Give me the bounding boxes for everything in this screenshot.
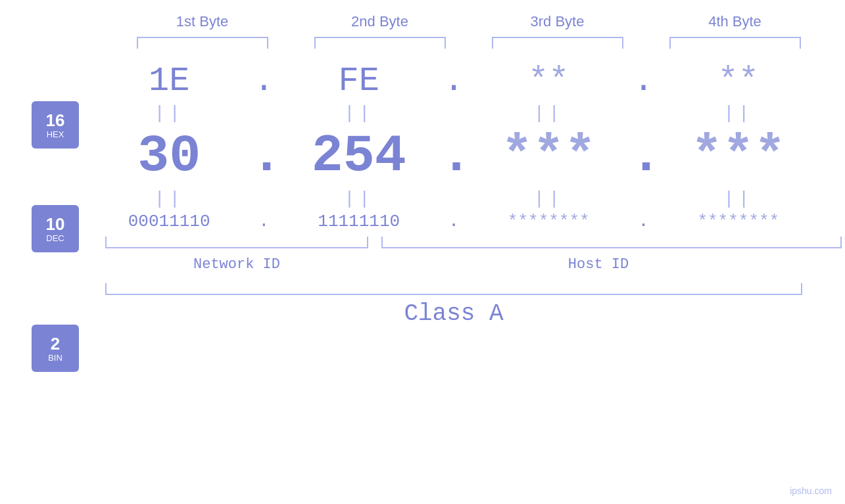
bin-b1: 00011110 — [97, 212, 241, 231]
hex-b4: ** — [666, 62, 811, 101]
dec-badge-label: DEC — [46, 234, 64, 242]
dec-dot1: . — [251, 126, 277, 186]
dec-b2: 254 — [287, 126, 431, 186]
bracket-byte2 — [314, 37, 446, 49]
sep-row-1: || || || || — [92, 103, 815, 124]
bin-dot3: . — [631, 212, 657, 231]
sep1-b3: || — [476, 103, 621, 124]
host-id-label: Host ID — [381, 256, 815, 273]
class-bracket — [105, 283, 802, 295]
bin-dot2: . — [441, 212, 467, 231]
bin-b4: ******** — [666, 212, 811, 231]
dec-dot2: . — [441, 126, 467, 186]
bin-dot1: . — [251, 212, 277, 231]
hex-badge: 16 HEX — [32, 101, 79, 149]
main-container: 1st Byte 2nd Byte 3rd Byte 4th Byte 16 H… — [0, 0, 845, 504]
sep2-b1: || — [97, 189, 241, 209]
network-id-label: Network ID — [92, 256, 381, 273]
byte3-header: 3rd Byte — [485, 13, 630, 30]
dec-b4: *** — [666, 126, 811, 186]
hex-b2: FE — [287, 62, 431, 101]
sep1-b2: || — [287, 103, 431, 124]
bin-badge: 2 BIN — [32, 325, 79, 372]
dec-dot3: . — [631, 126, 657, 186]
bottom-labels: Network ID Host ID — [92, 256, 815, 273]
byte4-header: 4th Byte — [663, 13, 808, 30]
byte1-header: 1st Byte — [130, 13, 275, 30]
sep1-b1: || — [97, 103, 241, 124]
hex-dot3: . — [631, 62, 657, 101]
bin-badge-num: 2 — [51, 335, 60, 352]
hex-dot1: . — [251, 62, 277, 101]
bracket-byte1 — [137, 37, 268, 49]
bottom-brackets-area: Network ID Host ID — [92, 237, 815, 273]
bin-b2: 11111110 — [287, 212, 431, 231]
hex-dot2: . — [441, 62, 467, 101]
hex-badge-label: HEX — [47, 130, 64, 139]
sep2-b3: || — [476, 189, 621, 209]
bracket-byte4 — [669, 37, 801, 49]
top-brackets — [114, 37, 824, 49]
hex-badge-num: 16 — [46, 112, 65, 129]
hex-b3: ** — [476, 62, 621, 101]
class-label: Class A — [92, 300, 815, 327]
watermark: ipshu.com — [790, 486, 832, 496]
bracket-byte3 — [492, 37, 623, 49]
dec-badge: 10 DEC — [32, 205, 79, 252]
sep1-b4: || — [666, 103, 811, 124]
sep2-b2: || — [287, 189, 431, 209]
byte-headers: 1st Byte 2nd Byte 3rd Byte 4th Byte — [114, 13, 824, 30]
dec-b1: 30 — [97, 126, 241, 186]
host-bracket — [381, 237, 842, 248]
byte2-header: 2nd Byte — [308, 13, 452, 30]
dec-b3: *** — [476, 126, 621, 186]
hex-row: 1E . FE . ** . ** — [92, 62, 815, 101]
data-grid: 1E . FE . ** . ** || || || || 30 — [92, 62, 815, 327]
hex-b1: 1E — [97, 62, 241, 101]
bottom-brackets — [92, 237, 815, 252]
class-row: Class A — [92, 283, 815, 327]
bin-b3: ******** — [476, 212, 621, 231]
network-bracket — [105, 237, 368, 248]
sep-row-2: || || || || — [92, 189, 815, 209]
bin-badge-label: BIN — [48, 354, 62, 362]
dec-badge-num: 10 — [46, 216, 65, 233]
dec-row: 30 . 254 . *** . *** — [92, 126, 815, 186]
bin-row: 00011110 . 11111110 . ******** . *******… — [92, 212, 815, 231]
sep2-b4: || — [666, 189, 811, 209]
